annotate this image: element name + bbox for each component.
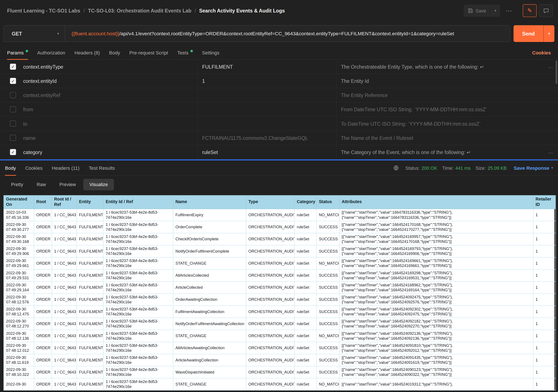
attribute-line: [{"name":"startTimer","value":1664524169… xyxy=(342,270,531,275)
cell-attributes: [{"name":"startTimer","value":1664524168… xyxy=(339,281,533,293)
network-icon[interactable] xyxy=(393,165,399,170)
attribute-line: {"name":"stopTimer","value":166452409161… xyxy=(342,360,531,365)
method-selector[interactable]: GET ▾ xyxy=(4,26,65,42)
param-description[interactable]: The Entity Reference xyxy=(336,88,558,102)
cell-entity-id-ref: 1 / 6cec9237-53bf-4e2e-8d53-7474e290c16e xyxy=(103,293,173,306)
comments-button[interactable] xyxy=(539,4,553,17)
view-tab-visualize[interactable]: Visualize xyxy=(83,179,114,190)
scrollbar-thumb[interactable] xyxy=(555,60,557,84)
cell-root: ORDER xyxy=(34,257,52,269)
param-description[interactable]: The Category of the Event, which is one … xyxy=(336,145,558,159)
tab-tests[interactable]: Tests xyxy=(177,46,193,59)
cell-root: ORDER xyxy=(34,342,52,354)
param-checkbox[interactable]: ✓ xyxy=(10,64,16,70)
save-response-button[interactable]: Save Response ▾ xyxy=(514,165,553,170)
response-tab-cookies[interactable]: Cookies xyxy=(25,161,43,175)
param-value[interactable]: ruleSet xyxy=(197,145,336,159)
param-key[interactable]: context.entityRef xyxy=(16,92,197,98)
param-description[interactable]: The Orchestrateable Entity Type, which i… xyxy=(336,60,558,74)
tab-pre-request-script[interactable]: Pre-request Script xyxy=(129,46,168,59)
breadcrumb-item[interactable]: TC-SO-L03: Orchestration Audit Events La… xyxy=(88,8,191,13)
param-key[interactable]: name xyxy=(16,135,197,140)
cell-retailer-id: 1 xyxy=(533,233,556,245)
attribute-line: [{"name":"startTimer","value":1664524168… xyxy=(342,282,531,288)
response-tab-headers-11[interactable]: Headers (11) xyxy=(52,161,80,175)
cell-root: ORDER xyxy=(34,318,52,330)
cell-status: SUCCESS xyxy=(316,293,339,306)
attribute-line: [{"name":"startTimer","value":1664524169… xyxy=(342,258,531,263)
param-checkbox[interactable] xyxy=(10,135,16,141)
save-button[interactable]: Save xyxy=(464,5,490,17)
tab-settings[interactable]: Settings xyxy=(202,46,219,59)
param-value[interactable]: FULFILMENT xyxy=(197,60,336,74)
param-value[interactable] xyxy=(197,102,336,116)
response-tab-body[interactable]: Body xyxy=(5,161,16,175)
breadcrumb-item[interactable]: Search Activity Events & Audit Logs xyxy=(199,8,285,13)
cell-root-id-ref: 1 / CC_9643 xyxy=(52,330,77,342)
param-key[interactable]: category xyxy=(16,149,197,155)
response-tab-test-results[interactable]: Test Results xyxy=(89,161,115,175)
view-tab-preview[interactable]: Preview xyxy=(53,179,82,190)
tab-params[interactable]: Params xyxy=(7,46,28,59)
param-checkbox[interactable] xyxy=(10,120,16,127)
cookies-link[interactable]: Cookies xyxy=(532,50,551,55)
cell-generated-on: 2022-09-30 07:48:10.322 xyxy=(4,366,34,378)
save-options-button[interactable]: ▾ xyxy=(491,5,500,17)
param-description[interactable]: The Entity Id xyxy=(336,74,558,88)
cell-type: ORCHESTRATION_AUDIT xyxy=(246,269,295,281)
table-row: 2022-09-30 07:48:10.322ORDER1 / CC_9643F… xyxy=(4,366,556,378)
cell-root-id-ref: 1 / CC_9643 xyxy=(52,318,77,330)
cell-attributes: [{"name":"startTimer","value":1664783116… xyxy=(339,209,533,221)
url-input[interactable]: {{fluent.account.host}}/api/v4.1/event?c… xyxy=(65,26,510,42)
param-checkbox[interactable] xyxy=(10,92,16,98)
view-tab-raw[interactable]: Raw xyxy=(31,179,52,190)
param-key[interactable]: to xyxy=(16,121,197,126)
cell-entity-id-ref: 1 / 6cec9237-53bf-4e2e-8d53-7474e290c16e xyxy=(103,330,173,342)
param-checkbox[interactable]: ✓ xyxy=(10,78,16,84)
tab-body[interactable]: Body xyxy=(109,46,120,59)
cell-retailer-id: 1 xyxy=(533,293,556,306)
cell-category: ruleSet xyxy=(295,378,316,390)
send-button-group: Send ▾ xyxy=(514,25,554,42)
attribute-line: {"name":"stopTimer","value":166452416953… xyxy=(342,275,531,281)
tab-authorization[interactable]: Authorization xyxy=(37,46,65,59)
tab-headers-8[interactable]: Headers (8) xyxy=(74,46,100,59)
table-row: 2022-09-30 07:49:29.906ORDER1 / CC_9643F… xyxy=(4,245,556,257)
param-key[interactable]: context.entityType xyxy=(16,64,197,69)
param-description[interactable]: The Name of the Event / Ruleset xyxy=(336,131,558,145)
pencil-icon: ✎ xyxy=(527,8,532,13)
param-value[interactable] xyxy=(197,117,336,130)
param-value[interactable] xyxy=(197,88,336,102)
param-description[interactable]: From DateTime UTC ISO String: `YYYY-MM-D… xyxy=(336,102,558,116)
param-key[interactable]: from xyxy=(16,106,197,112)
view-tab-pretty[interactable]: Pretty xyxy=(5,179,29,190)
more-options-button[interactable]: ⋯ xyxy=(503,5,515,17)
param-checkbox[interactable] xyxy=(10,106,16,112)
breadcrumb-item[interactable]: Fluent Learning - TC-SO1 Labs xyxy=(7,8,80,13)
cell-status: SUCCESS xyxy=(316,221,339,233)
param-checkbox[interactable]: ✓ xyxy=(10,149,16,155)
cell-retailer-id: 1 xyxy=(533,257,556,269)
attribute-line: {"name":"stopTimer","value":166478311633… xyxy=(342,215,531,220)
param-value[interactable]: 1 xyxy=(197,74,336,88)
param-key[interactable]: context.entityId xyxy=(16,78,197,84)
cell-generated-on: 2022-09-30 07:48:11.619 xyxy=(4,354,34,366)
param-description[interactable]: To DateTime UTC ISO String: `YYYY-MM-DDT… xyxy=(336,117,558,130)
cell-entity-id-ref: 1 / 6cec9237-53bf-4e2e-8d53-7474e290c16e xyxy=(103,269,173,281)
edit-documentation-button[interactable]: ✎ xyxy=(523,4,536,17)
time-value[interactable]: 441 ms xyxy=(455,165,470,170)
cell-status: SUCCESS xyxy=(316,233,339,245)
status-value[interactable]: 200 OK xyxy=(421,165,437,170)
cell-entity-id-ref: 1 / 6cec9237-53bf-4e2e-8d53-7474e290c16e xyxy=(103,354,173,366)
cell-entity: FULFILMENT xyxy=(77,366,103,378)
send-options-button[interactable]: ▾ xyxy=(543,25,554,42)
cell-name: ArticleCollected xyxy=(173,281,246,293)
send-button[interactable]: Send xyxy=(514,25,543,42)
param-value[interactable]: FCTRAINAU1175.commonv2.ChangeStateGQL xyxy=(197,131,336,145)
cell-attributes: [{"name":"startTimer","value":1664524092… xyxy=(339,306,533,317)
cell-attributes: [{"name":"startTimer","value":1664524170… xyxy=(339,221,533,233)
breadcrumb-separator: / xyxy=(195,8,196,13)
size-value[interactable]: 25.09 KB xyxy=(488,165,506,170)
cell-name: WaveDispatchInitiated xyxy=(173,366,246,378)
workspace-header: Fluent Learning - TC-SO1 Labs/TC-SO-L03:… xyxy=(0,0,558,21)
